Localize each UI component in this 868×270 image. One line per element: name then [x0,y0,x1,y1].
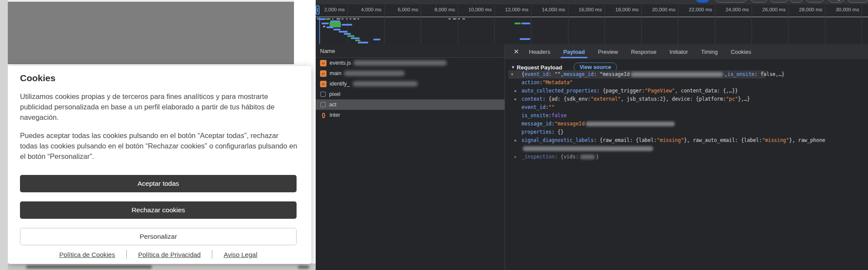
tab-headers[interactable]: Headers [527,44,552,59]
request-row-pixel[interactable]: pixel [316,89,505,99]
blurred-footer-text [26,265,152,269]
payload-line[interactable]: ▶auto_collected_properties: {page_trigge… [508,87,868,95]
blurred-value [523,146,653,151]
reject-cookies-button[interactable]: Rechazar cookies [20,201,297,219]
payload-line[interactable]: message_id: "messageId [508,120,868,128]
waterfall-bar [326,18,330,20]
collapsed-triangle-icon[interactable]: ▶ [515,95,517,103]
request-name-label: events.js [330,60,351,66]
payload-value: : [545,103,548,112]
payload-key: _inspection [521,153,554,161]
payload-value: "missing" [657,136,684,145]
payload-line[interactable]: properties: {} [508,128,868,136]
waterfall-bar [373,39,380,40]
customize-button[interactable]: Personalizar [20,228,297,245]
payload-line[interactable]: action: "Metadata" [508,79,868,87]
tab-timing[interactable]: Timing [699,44,719,59]
request-row-act[interactable]: act [316,99,505,110]
timeline-tick-label: 30,000 ms [821,7,859,14]
blurred-page-header [8,2,294,64]
payload-value: "PageView" [645,87,675,95]
tab-preview[interactable]: Preview [596,44,620,59]
web-page-pane: Cookies Utilizamos cookies propias y de … [0,0,316,270]
payload-key: is_onsite [521,112,548,120]
payload-value: }, raw_phone [789,136,825,145]
accept-all-button[interactable]: Aceptar todas [20,175,297,192]
request-row-identify[interactable]: ‹›identify_ [316,79,505,89]
payload-key: context [521,95,542,103]
activity-tick [346,18,347,20]
timeline-tick-label: 28,000 ms [784,7,822,14]
filter-pill-doc[interactable]: Doc [750,0,768,3]
payload-value: : {ad: {sdk_env: [542,95,591,103]
payload-line[interactable] [508,145,868,153]
waterfall-bar [355,40,360,41]
request-name-label: pixel [329,91,340,97]
payload-line[interactable]: ▶context: {ad: {sdk_env: "external", jsb… [508,95,868,103]
link-divider [126,250,127,259]
legal-link[interactable]: Política de Cookies [59,251,115,258]
tab-response[interactable]: Response [629,44,658,59]
request-details-pane: ✕ HeadersPayloadPreviewResponseInitiator… [505,44,868,270]
screen: Cookies Utilizamos cookies propias y de … [0,0,868,270]
tab-initiator[interactable]: Initiator [668,44,690,59]
tab-cookies[interactable]: Cookies [729,44,753,59]
expanded-triangle-icon[interactable]: ▼ [511,70,513,79]
timeline-tick-label: 18,000 ms [601,7,639,14]
filter-pill-js[interactable]: JS [789,0,804,3]
generic-file-icon [320,102,326,107]
blurred-url-text [353,81,418,86]
waterfall-bar [351,37,360,39]
blurred-value [631,72,723,77]
filter-pill-media[interactable]: Media [847,0,868,3]
payload-line[interactable]: event_id: "" [508,103,868,112]
request-name-label: main [330,70,341,76]
payload-value: : [548,112,551,120]
request-row-inter[interactable]: {}inter [316,110,505,120]
tab-payload[interactable]: Payload [561,44,587,59]
script-file-icon: ‹› [320,70,327,77]
filter-pill-img[interactable]: Img [828,0,845,3]
payload-key: signal_diagnostic_labels [521,136,594,145]
request-row-eventsjs[interactable]: ‹›events.js [316,58,505,68]
blurred-url-text [353,60,447,66]
payload-value: } [596,153,599,161]
legal-link[interactable]: Aviso Legal [224,251,257,258]
name-column-header[interactable]: Name [316,44,505,58]
filter-pill-css[interactable]: CSS [770,0,789,3]
generic-file-icon [320,92,326,97]
activity-tick [453,18,456,20]
request-row-main[interactable]: ‹›main [316,68,505,79]
close-icon[interactable]: ✕ [510,48,522,56]
request-name-label: inter [330,112,340,118]
payload-line[interactable]: ▼{event_id: "", message_id: "messageId, … [508,70,766,79]
json-braces-icon: {} [320,112,327,119]
waterfall-bar [322,23,329,24]
payload-line[interactable]: is_onsite: false [508,112,868,120]
waterfall-bar [358,42,368,43]
payload-value: "missing" [762,136,789,145]
payload-value: false [551,112,567,120]
timeline-tick-label: 12,000 ms [490,7,528,14]
activity-tick [353,18,356,20]
collapsed-triangle-icon[interactable]: ▶ [515,87,517,95]
waterfall-bar [323,26,325,27]
filter-pill-font[interactable]: Font [806,0,824,3]
overview-selection-edge [319,17,320,44]
filter-pill-all[interactable]: All [696,0,710,3]
collapsed-triangle-icon[interactable]: ▶ [515,153,517,161]
payload-line[interactable]: ▶signal_diagnostic_labels: {raw_email: {… [508,136,868,145]
network-overview-timeline[interactable]: 2,000 ms4,000 ms6,000 ms8,000 ms10,000 m… [316,4,868,44]
waterfall-bar [521,23,530,24]
payload-key: is_onsite [727,70,754,79]
payload-line[interactable]: ▶_inspection: {vids: } [508,153,868,161]
timeline-tick-label: 6,000 ms [380,7,418,14]
collapse-triangle-icon[interactable]: ▼ [511,65,515,69]
page-scrollbar-strip[interactable] [0,0,8,270]
payload-value: }, device: {platform: [663,95,726,103]
payload-value: , [724,70,727,79]
legal-link[interactable]: Política de Privacidad [138,251,201,258]
collapsed-triangle-icon[interactable]: ▶ [515,136,517,145]
filter-pill-fetchxhr[interactable]: Fetch/XHR [715,0,747,3]
payload-key: message_id [521,120,551,128]
